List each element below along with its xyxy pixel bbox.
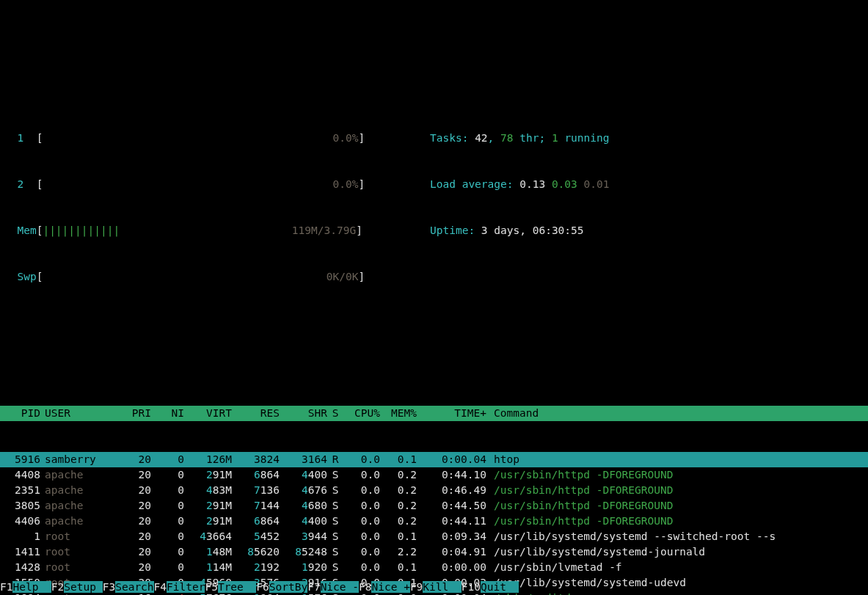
fn-label[interactable]: Search [115,581,153,593]
table-row[interactable]: 3805apache200291M71444680S0.00.20:44.50/… [0,498,868,514]
cell-pid: 5916 [0,452,40,467]
hdr-s[interactable]: S [327,406,343,421]
cell-time: 0:44.11 [417,514,486,529]
fn-label[interactable]: Filter [167,581,205,593]
fn-label[interactable]: SortBy [269,581,307,593]
fn-key[interactable]: F6 [256,581,269,593]
cell-pri: 20 [118,529,151,544]
fn-label[interactable]: Kill [423,581,461,593]
cell-cmd: /usr/lib/systemd/systemd-journald [486,544,868,560]
cell-pri: 20 [118,514,151,529]
hdr-ni[interactable]: NI [151,406,184,421]
fn-key[interactable]: F10 [462,581,481,593]
table-row[interactable]: 2351apache200483M71364676S0.00.20:46.49/… [0,483,868,498]
cpu1-meter: 1 [0.0%] [4,131,415,146]
cell-cmd: /usr/sbin/lvmetad -f [486,560,868,575]
table-row[interactable]: 4406apache200291M68644400S0.00.20:44.11/… [0,514,868,529]
uptime-line: Uptime: 3 days, 06:30:55 [430,223,864,238]
cell-ni: 0 [151,452,184,467]
hdr-cpu[interactable]: CPU% [343,406,380,421]
cell-cpu: 0.0 [343,498,380,514]
cell-ni: 0 [151,529,184,544]
cell-pid: 1428 [0,560,40,575]
hdr-time[interactable]: TIME+ [417,406,486,421]
cell-pri: 20 [118,452,151,467]
fn-key[interactable]: F8 [359,581,371,593]
hdr-mem[interactable]: MEM% [380,406,417,421]
fn-label[interactable]: Setup [64,581,102,593]
process-list[interactable]: 5916samberry200126M38243164R0.00.10:00.0… [0,452,868,595]
cell-mem: 0.1 [380,560,417,575]
cell-cmd: /usr/sbin/httpd -DFOREGROUND [486,483,868,498]
swp-meter: Swp[0K/0K] [4,269,415,285]
function-key-bar[interactable]: F1Help F2Setup F3SearchF4FilterF5Tree F6… [0,580,868,595]
cell-time: 0:09.34 [417,529,486,544]
fn-key[interactable]: F4 [154,581,167,593]
fn-key[interactable]: F2 [51,581,64,593]
hdr-virt[interactable]: VIRT [184,406,232,421]
mem-meter: Mem[||||||||||||119M/3.79G] [4,223,415,238]
hdr-pri[interactable]: PRI [118,406,151,421]
header-meters: 1 [0.0%] 2 [0.0%] Mem[||||||||||||119M/3… [0,62,868,335]
table-row[interactable]: 4408apache200291M68644400S0.00.20:44.10/… [0,467,868,483]
cell-time: 0:00.00 [417,560,486,575]
cell-cpu: 0.0 [343,529,380,544]
cell-pid: 3805 [0,498,40,514]
column-headers[interactable]: PID USER PRI NI VIRT RES SHR S CPU% MEM%… [0,406,868,421]
cell-ni: 0 [151,514,184,529]
cell-state: S [327,467,343,483]
cell-cmd: /usr/sbin/httpd -DFOREGROUND [486,467,868,483]
cell-pid: 1411 [0,544,40,560]
cell-mem: 0.1 [380,452,417,467]
cell-state: S [327,514,343,529]
table-row[interactable]: 1411root200148M8562085248S0.02.20:04.91/… [0,544,868,560]
table-row[interactable]: 1root2004366454523944S0.00.10:09.34/usr/… [0,529,868,544]
cell-user: apache [40,514,118,529]
cell-state: S [327,529,343,544]
cell-pid: 4408 [0,467,40,483]
cell-pri: 20 [118,560,151,575]
cell-mem: 0.2 [380,467,417,483]
cell-time: 0:44.50 [417,498,486,514]
table-row[interactable]: 1428root200114M21921920S0.00.10:00.00/us… [0,560,868,575]
cell-user: root [40,544,118,560]
cell-pri: 20 [118,544,151,560]
fn-key[interactable]: F1 [0,581,12,593]
table-row[interactable]: 5916samberry200126M38243164R0.00.10:00.0… [0,452,868,467]
cell-time: 0:46.49 [417,483,486,498]
fn-label[interactable]: Help [12,581,51,593]
fn-key[interactable]: F9 [410,581,423,593]
tasks-line: Tasks: 42, 78 thr; 1 running [430,131,864,146]
cell-mem: 0.2 [380,498,417,514]
fn-label[interactable]: Nice - [321,581,359,593]
cell-mem: 0.2 [380,483,417,498]
hdr-pid[interactable]: PID [0,406,40,421]
fn-key[interactable]: F7 [307,581,320,593]
cell-user: root [40,529,118,544]
fn-key[interactable]: F3 [103,581,115,593]
hdr-cmd[interactable]: Command [486,406,868,421]
cell-state: S [327,560,343,575]
fn-key[interactable]: F5 [205,581,217,593]
cell-cmd: /usr/sbin/httpd -DFOREGROUND [486,498,868,514]
hdr-user[interactable]: USER [40,406,118,421]
cell-ni: 0 [151,467,184,483]
hdr-shr[interactable]: SHR [280,406,327,421]
cell-ni: 0 [151,498,184,514]
cell-user: apache [40,467,118,483]
fn-label[interactable]: Quit [481,581,519,593]
cell-pid: 1 [0,529,40,544]
fn-label[interactable]: Tree [218,581,256,593]
hdr-res[interactable]: RES [232,406,280,421]
fn-label[interactable]: Nice + [371,581,409,593]
cell-time: 0:00.04 [417,452,486,467]
cell-cmd: htop [486,452,868,467]
cell-user: apache [40,498,118,514]
cell-user: apache [40,483,118,498]
cell-cpu: 0.0 [343,560,380,575]
cell-mem: 0.2 [380,514,417,529]
cell-cpu: 0.0 [343,514,380,529]
cell-ni: 0 [151,483,184,498]
cell-cpu: 0.0 [343,483,380,498]
cell-pri: 20 [118,498,151,514]
